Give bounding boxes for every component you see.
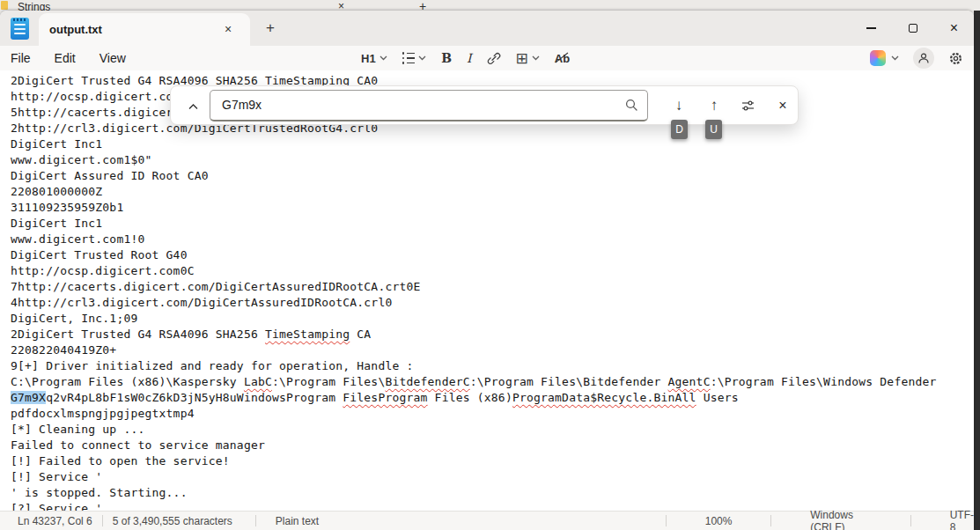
editor-line: [!] Service ' [11, 469, 937, 485]
editor-line: C:\Program Files (x86)\Kaspersky LabC:\P… [11, 374, 937, 390]
link-button[interactable] [487, 52, 501, 65]
tab-title: output.txt [49, 23, 102, 36]
tab-output-txt[interactable]: output.txt × [39, 13, 250, 46]
editor-line: http://ocsp.digicert.com0C [11, 263, 937, 279]
clear-formatting-button[interactable]: Ab [555, 52, 571, 65]
find-bar: G7m9x ↓ ↑ × D U [170, 85, 799, 125]
find-options-button[interactable] [734, 92, 761, 119]
menu-toolbar-row: File Edit View H1 B [0, 46, 974, 70]
find-collapse-button[interactable] [180, 93, 206, 120]
new-tab-button[interactable]: + [260, 18, 281, 40]
editor-area[interactable]: 2DigiCert Trusted G4 RSA4096 SHA256 Time… [0, 70, 974, 511]
heading-style-button[interactable]: H1 [361, 52, 387, 65]
status-right-group: 100% Windows (CRLF) UTF-8 [646, 512, 974, 530]
status-divider [770, 515, 771, 526]
bold-button[interactable]: B [441, 51, 452, 65]
editor-text: 2DigiCert Trusted G4 RSA4096 SHA256 Time… [11, 73, 937, 511]
heading-style-label: H1 [361, 52, 376, 65]
encoding[interactable]: UTF-8 [950, 509, 974, 530]
editor-line: [*] Cleaning up ... [11, 422, 937, 438]
table-icon: ⊞ [516, 51, 528, 66]
keytip-find-previous: U [705, 120, 722, 139]
list-button[interactable] [402, 52, 427, 64]
search-icon [625, 99, 638, 112]
menu-bar: File Edit View [11, 46, 126, 70]
copilot-icon [870, 50, 886, 66]
editor-line: www.digicert.com1!0 [11, 232, 937, 247]
table-button[interactable]: ⊞ [516, 51, 540, 66]
editor-line: ' is stopped. Starting... [11, 485, 937, 501]
status-divider [666, 515, 667, 526]
background-tab-close-icon[interactable]: × [338, 0, 344, 11]
find-next-button[interactable]: ↓ [666, 92, 692, 119]
editor-line: 311109235959Z0b1 [11, 200, 937, 216]
editor-line: G7m9Xq2vR4pL8bF1sW0cZ6kD3jN5yH8uWindowsP… [11, 390, 937, 406]
background-window-icon [1, 1, 8, 10]
minimize-button[interactable] [851, 11, 892, 46]
editor-line: [?] Service ' [11, 501, 937, 511]
tab-close-icon[interactable]: × [218, 20, 238, 40]
background-tab-title[interactable]: Strings [18, 1, 50, 11]
maximize-icon [909, 24, 917, 33]
editor-line: 2DigiCert Trusted G4 RSA4096 SHA256 Time… [11, 327, 937, 342]
menu-edit[interactable]: Edit [55, 51, 76, 65]
copilot-button[interactable] [870, 50, 899, 66]
link-icon [487, 52, 501, 65]
chevron-down-icon [418, 55, 426, 61]
editor-line: 220801000000Z [11, 184, 937, 200]
background-new-tab-icon[interactable]: + [419, 0, 426, 11]
settings-button[interactable] [948, 51, 963, 66]
editor-line: DigiCert Inc1 [11, 136, 937, 152]
editor-line: 7http://cacerts.digicert.com/DigiCertAss… [11, 279, 937, 295]
find-options-icon [741, 99, 755, 112]
clear-formatting-icon: Ab [555, 52, 571, 65]
background-window-tabstrip: Strings × + [0, 0, 980, 11]
screen: Strings × + output.txt × + × File [0, 0, 980, 530]
character-count: 5 of 3,490,555 characters [113, 515, 232, 527]
find-input[interactable]: G7m9x [210, 90, 648, 121]
italic-button[interactable]: I [467, 51, 472, 65]
maximize-button[interactable] [892, 11, 933, 46]
bullet-list-icon [402, 52, 416, 64]
editor-line: DigiCert Trusted Root G40 [11, 247, 937, 263]
status-divider [102, 515, 103, 526]
cursor-position: Ln 43237, Col 6 [18, 515, 92, 527]
chevron-up-icon [188, 104, 198, 110]
status-bar: Ln 43237, Col 6 5 of 3,490,555 character… [0, 511, 974, 530]
person-icon [917, 52, 930, 64]
gear-icon [948, 51, 963, 66]
format-toolbar: H1 B I [361, 46, 571, 70]
editor-line: DigiCert Inc1 [11, 216, 937, 232]
editor-line: DigiCert, Inc.1;09 [11, 311, 937, 327]
status-divider [910, 515, 911, 526]
notepad-window: output.txt × + × File Edit View H1 [0, 11, 974, 530]
menu-view[interactable]: View [99, 51, 126, 65]
bold-icon: B [441, 51, 452, 65]
window-controls: × [851, 11, 975, 46]
editor-line: 4http://crl3.digicert.com/DigiCertAssure… [11, 295, 937, 311]
editor-line: pdfdocxlmspngjpgjpegtxtmp4 [11, 406, 937, 422]
line-ending[interactable]: Windows (CRLF) [810, 509, 872, 530]
account-button[interactable] [913, 48, 934, 69]
menu-file[interactable]: File [11, 51, 31, 65]
chevron-down-icon [532, 55, 540, 61]
editor-line: [!] Failed to open the service! [11, 453, 937, 469]
find-close-button[interactable]: × [770, 92, 796, 119]
find-previous-button[interactable]: ↑ [701, 92, 727, 119]
status-divider [255, 515, 256, 526]
zoom-level[interactable]: 100% [705, 515, 733, 527]
keytip-find-next: D [671, 120, 688, 139]
find-query-text: G7m9x [222, 91, 262, 120]
editor-line: 9[+] Driver initialized and ready for op… [11, 358, 937, 374]
notepad-app-icon [11, 18, 29, 40]
editor-line: DigiCert Assured ID Root CA0 [11, 168, 937, 184]
editor-line: Failed to connect to service manager [11, 438, 937, 453]
chevron-down-icon [379, 55, 387, 61]
italic-icon: I [467, 51, 472, 65]
status-left-group: Ln 43237, Col 6 5 of 3,490,555 character… [18, 512, 319, 530]
desktop-dark-edge [974, 11, 980, 530]
chevron-down-icon [891, 55, 899, 61]
editor-line: 220822040419Z0+ [11, 342, 937, 358]
editor-line: www.digicert.com1$0" [11, 152, 937, 168]
close-button[interactable]: × [933, 11, 975, 46]
